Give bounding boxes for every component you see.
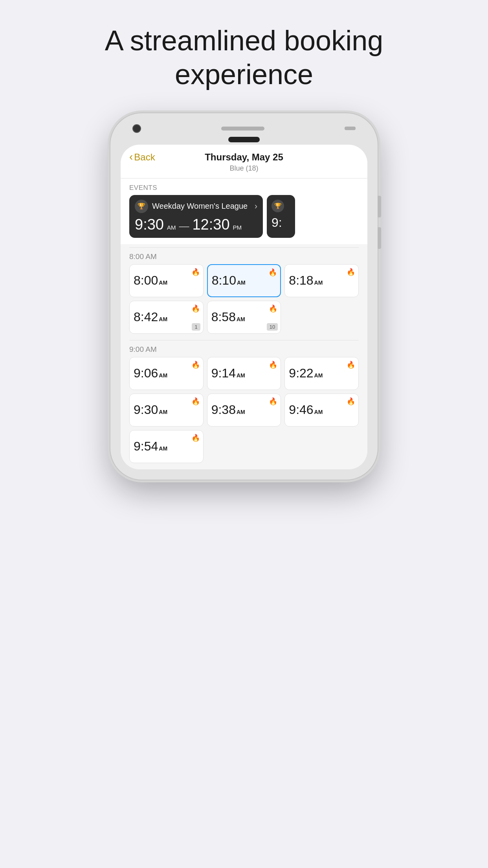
event-card-small[interactable]: 🏆 9: xyxy=(267,195,295,238)
slot-time-value: 8:42 xyxy=(134,310,158,324)
slot-922[interactable]: 🔥 9:22 AM xyxy=(284,357,359,390)
slot-time-value: 9:06 xyxy=(134,366,158,381)
slot-period: AM xyxy=(159,372,167,379)
slot-914[interactable]: 🔥 9:14 AM xyxy=(207,357,281,390)
slot-930[interactable]: 🔥 9:30 AM xyxy=(129,394,204,427)
slot-period: AM xyxy=(237,316,245,322)
slot-time-810: 8:10 AM xyxy=(212,273,277,288)
flame-icon: 🔥 xyxy=(268,268,277,277)
flame-icon: 🔥 xyxy=(191,397,200,406)
slot-time-818: 8:18 AM xyxy=(289,273,354,288)
event-title-row: 🏆 Weekday Women's League › xyxy=(135,200,257,213)
slot-954[interactable]: 🔥 9:54 AM xyxy=(129,430,204,463)
back-label: Back xyxy=(134,152,155,163)
slot-period: AM xyxy=(237,280,246,286)
event-card-main[interactable]: 🏆 Weekday Women's League › 9:30 AM — 12:… xyxy=(129,195,263,238)
phone-sensor xyxy=(345,127,356,130)
slot-858[interactable]: 🔥 8:58 AM 10 xyxy=(207,301,281,334)
slot-800[interactable]: 🔥 8:00 AM xyxy=(129,264,204,297)
slot-time-value: 8:18 xyxy=(289,273,313,288)
header-subtitle: Blue (18) xyxy=(129,164,359,173)
slot-842[interactable]: 🔥 8:42 AM 1 xyxy=(129,301,204,334)
phone-frame: ‹ Back Thursday, May 25 Blue (18) EVENTS… xyxy=(110,113,378,480)
slot-time-930: 9:30 AM xyxy=(134,403,199,417)
event-start-time: 9:30 xyxy=(135,216,164,233)
slot-time-value: 8:58 xyxy=(211,310,236,324)
phone-speaker xyxy=(221,127,264,131)
event-end-time: 12:30 xyxy=(192,216,229,233)
slot-time-842: 8:42 AM xyxy=(134,310,199,324)
event-trophy-icon: 🏆 xyxy=(135,200,148,213)
slot-time-value: 9:38 xyxy=(211,403,236,417)
slot-period: AM xyxy=(314,280,323,286)
slot-time-value: 8:10 xyxy=(212,273,236,288)
slot-938[interactable]: 🔥 9:38 AM xyxy=(207,394,281,427)
page-title: A streamlined booking experience xyxy=(73,24,415,92)
flame-icon: 🔥 xyxy=(191,360,200,369)
back-chevron-icon: ‹ xyxy=(129,151,133,162)
slot-946[interactable]: 🔥 9:46 AM xyxy=(284,394,359,427)
slot-time-value: 9:46 xyxy=(289,403,313,417)
side-button xyxy=(378,196,381,217)
slot-time-value: 9:22 xyxy=(289,366,313,381)
slot-810[interactable]: 🔥 8:10 AM xyxy=(207,264,281,297)
event-chevron-right-icon: › xyxy=(255,201,257,211)
slot-time-value: 9:30 xyxy=(134,403,158,417)
slot-period: AM xyxy=(314,372,323,379)
slot-time-914: 9:14 AM xyxy=(211,366,277,381)
slot-time-938: 9:38 AM xyxy=(211,403,277,417)
slot-period: AM xyxy=(159,316,167,322)
flame-icon: 🔥 xyxy=(269,304,277,313)
slot-time-906: 9:06 AM xyxy=(134,366,199,381)
slot-badge-858: 10 xyxy=(267,323,278,331)
phone-screen: ‹ Back Thursday, May 25 Blue (18) EVENTS… xyxy=(121,145,367,469)
side-button-2 xyxy=(378,227,381,249)
time-group-8am: 8:00 AM 🔥 8:00 AM 🔥 8:10 AM xyxy=(121,248,367,340)
flame-icon: 🔥 xyxy=(191,434,200,442)
event-dash: — xyxy=(179,220,189,232)
phone-camera xyxy=(132,124,141,133)
slot-period: AM xyxy=(237,409,245,415)
slot-time-value: 9:14 xyxy=(211,366,236,381)
flame-icon: 🔥 xyxy=(347,268,355,276)
event-name: Weekday Women's League xyxy=(152,202,248,211)
slots-grid-8am: 🔥 8:00 AM 🔥 8:10 AM 🔥 xyxy=(121,264,367,337)
flame-icon: 🔥 xyxy=(191,268,200,276)
event-small-trophy-icon: 🏆 xyxy=(272,200,284,212)
slot-time-value: 8:00 xyxy=(134,273,158,288)
back-button[interactable]: ‹ Back xyxy=(129,152,155,163)
time-group-8am-label: 8:00 AM xyxy=(121,248,367,264)
slot-period: AM xyxy=(159,280,167,286)
event-start-period: AM xyxy=(167,224,176,231)
events-scroll[interactable]: 🏆 Weekday Women's League › 9:30 AM — 12:… xyxy=(121,195,367,244)
slot-period: AM xyxy=(314,409,323,415)
flame-icon: 🔥 xyxy=(347,397,355,406)
slot-time-946: 9:46 AM xyxy=(289,403,354,417)
slots-grid-9am: 🔥 9:06 AM 🔥 9:14 AM 🔥 xyxy=(121,357,367,466)
events-section: EVENTS 🏆 Weekday Women's League › 9:30 A… xyxy=(121,178,367,244)
slot-time-800: 8:00 AM xyxy=(134,273,199,288)
event-time-row: 9:30 AM — 12:30 PM xyxy=(135,216,257,233)
slot-badge-842: 1 xyxy=(192,323,200,331)
flame-icon: 🔥 xyxy=(191,304,200,313)
phone-top-bar xyxy=(121,124,367,133)
slot-period: AM xyxy=(159,445,167,452)
slot-818[interactable]: 🔥 8:18 AM xyxy=(284,264,359,297)
events-section-label: EVENTS xyxy=(121,178,367,195)
event-end-period: PM xyxy=(233,224,242,231)
slot-period: AM xyxy=(159,409,167,415)
slot-906[interactable]: 🔥 9:06 AM xyxy=(129,357,204,390)
time-group-9am-label: 9:00 AM xyxy=(121,340,367,357)
event-small-time: 9: xyxy=(272,215,290,230)
app-header: ‹ Back Thursday, May 25 Blue (18) xyxy=(121,145,367,178)
slot-period: AM xyxy=(237,372,245,379)
flame-icon: 🔥 xyxy=(269,360,277,369)
slot-time-value: 9:54 xyxy=(134,439,158,454)
slot-time-858: 8:58 AM xyxy=(211,310,277,324)
slot-time-922: 9:22 AM xyxy=(289,366,354,381)
slot-time-954: 9:54 AM xyxy=(134,439,199,454)
header-title: Thursday, May 25 xyxy=(205,152,283,163)
flame-icon: 🔥 xyxy=(347,360,355,369)
time-group-9am: 9:00 AM 🔥 9:06 AM 🔥 9:14 AM xyxy=(121,340,367,469)
phone-notch xyxy=(228,137,260,142)
